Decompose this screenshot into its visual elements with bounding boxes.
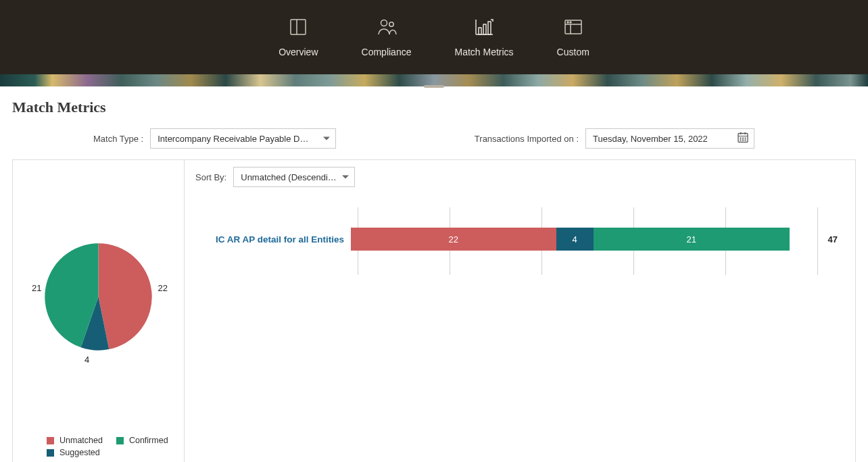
nav-custom[interactable]: Custom	[557, 17, 589, 57]
custom-icon	[564, 17, 583, 37]
bar-seg-unmatched[interactable]: 22	[351, 228, 556, 251]
bar-chart: IC AR AP detail for all Entities 22 4 21…	[195, 207, 844, 275]
pie-chart[interactable]: 22 4 21	[43, 241, 154, 353]
svg-rect-23	[745, 132, 746, 134]
bar-row: IC AR AP detail for all Entities 22 4 21…	[195, 228, 844, 251]
bar-seg-confirmed[interactable]: 21	[594, 228, 790, 251]
nav-label: Overview	[279, 47, 318, 57]
swatch-suggested	[47, 449, 54, 457]
bar-panel: Sort By: Unmatched (Descendi… IC AR AP d…	[185, 159, 856, 462]
svg-rect-17	[742, 138, 744, 139]
legend-suggested[interactable]: Suggested	[47, 448, 100, 457]
nav-label: Custom	[557, 47, 589, 57]
people-icon	[376, 17, 397, 37]
svg-rect-22	[740, 132, 742, 134]
pie-panel: 22 4 21 Unmatched Confirmed	[12, 159, 185, 462]
nav-label: Match Metrics	[454, 47, 513, 57]
pie-legend: Unmatched Confirmed Suggested	[47, 436, 168, 460]
legend-unmatched[interactable]: Unmatched	[47, 436, 103, 445]
svg-point-2	[381, 20, 387, 26]
svg-rect-19	[740, 140, 742, 141]
svg-rect-16	[740, 138, 742, 139]
pie-label-confirmed: 21	[32, 283, 41, 293]
match-type-label: Match Type :	[93, 134, 143, 144]
imported-on-label: Transactions Imported on :	[475, 134, 579, 144]
match-type-value: Intercompany Receivable Payable D…	[158, 134, 308, 144]
pie-label-unmatched: 22	[158, 283, 168, 293]
match-type-select[interactable]: Intercompany Receivable Payable D…	[150, 128, 336, 149]
page-title: Match Metrics	[12, 99, 856, 116]
bar-row-label[interactable]: IC AR AP detail for all Entities	[195, 234, 351, 245]
svg-rect-20	[742, 140, 744, 141]
imported-on-datepicker[interactable]: Tuesday, November 15, 2022	[585, 128, 754, 149]
svg-point-3	[389, 22, 393, 26]
pie-svg	[43, 241, 154, 353]
bar-track[interactable]: 22 4 21 47	[351, 228, 817, 251]
nav-label: Compliance	[362, 47, 412, 57]
filter-row: Match Type : Intercompany Receivable Pay…	[12, 128, 856, 149]
swatch-confirmed	[116, 437, 124, 444]
svg-rect-7	[483, 24, 486, 34]
svg-point-12	[567, 22, 569, 23]
imported-on-value: Tuesday, November 15, 2022	[593, 134, 708, 144]
overview-icon	[289, 17, 308, 37]
nav-overview[interactable]: Overview	[279, 17, 318, 57]
svg-rect-0	[291, 20, 306, 34]
sortby-select[interactable]: Unmatched (Descendi…	[233, 167, 355, 187]
chevron-down-icon	[323, 137, 330, 140]
svg-rect-21	[745, 140, 746, 141]
metrics-icon	[474, 17, 494, 37]
sortby-label: Sort By:	[195, 172, 226, 182]
pie-label-suggested: 4	[85, 355, 89, 365]
chevron-down-icon	[342, 176, 349, 179]
svg-rect-18	[745, 138, 746, 139]
sortby-value: Unmatched (Descendi…	[241, 172, 337, 182]
nav-compliance[interactable]: Compliance	[362, 17, 412, 57]
bar-seg-suggested[interactable]: 4	[556, 228, 594, 251]
legend-confirmed[interactable]: Confirmed	[116, 436, 168, 445]
svg-rect-6	[479, 28, 481, 34]
top-nav: Overview Compliance Match Metrics	[0, 0, 868, 74]
swatch-unmatched	[47, 437, 54, 444]
svg-rect-8	[488, 22, 491, 34]
nav-match-metrics[interactable]: Match Metrics	[454, 17, 513, 57]
calendar-icon	[738, 132, 748, 145]
bar-total: 47	[828, 234, 838, 245]
svg-point-13	[570, 22, 571, 23]
